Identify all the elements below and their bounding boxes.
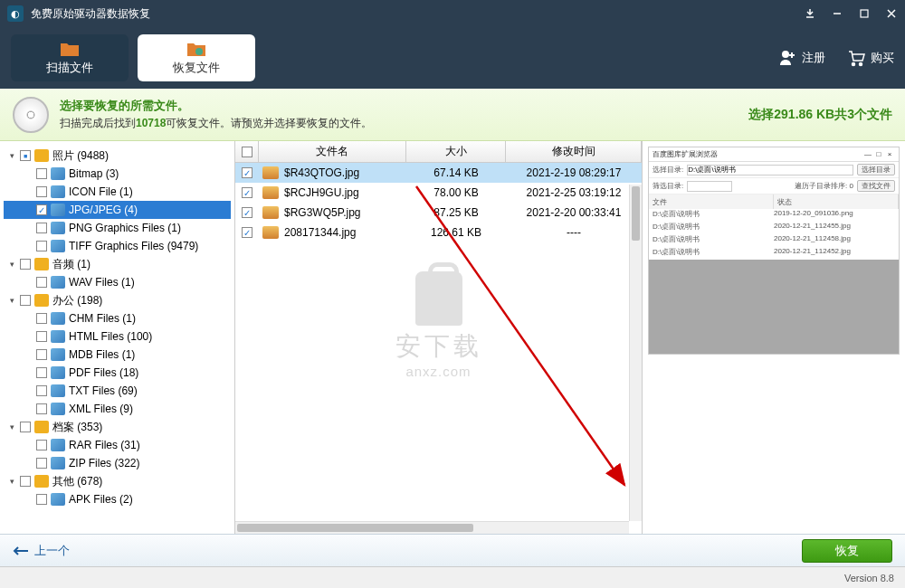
tree-checkbox[interactable] (20, 295, 31, 306)
tree-item[interactable]: Bitmap (3) (4, 165, 231, 183)
register-button[interactable]: 注册 (778, 49, 825, 67)
expand-icon[interactable]: ▾ (7, 477, 16, 486)
file-icon (51, 439, 65, 451)
tree-checkbox[interactable] (36, 223, 47, 233)
file-row[interactable]: $RG3WQ5P.jpg87.25 KB2021-2-20 00:33:41 (235, 203, 642, 223)
expand-icon[interactable]: ▾ (7, 151, 16, 160)
tree-checkbox[interactable] (36, 186, 47, 197)
tree-checkbox[interactable] (20, 476, 31, 487)
vertical-scrollbar[interactable] (629, 185, 642, 521)
tree-item[interactable]: ▾档案 (353) (4, 418, 231, 436)
preview-list-row: D:\桌面\说明书2020-12-21_112452.jpg (649, 247, 899, 260)
file-row[interactable]: $RCJH9GU.jpg78.00 KB2021-2-25 03:19:12 (235, 183, 642, 203)
tree-item[interactable]: ▾其他 (678) (4, 472, 231, 490)
preview-path-input (687, 165, 853, 175)
tree-checkbox[interactable] (20, 422, 31, 432)
tree-item[interactable]: RAR Files (31) (4, 436, 231, 454)
row-checkbox[interactable] (242, 227, 252, 238)
tree-item[interactable]: PDF Files (18) (4, 364, 231, 382)
row-checkbox[interactable] (242, 207, 252, 218)
tree-checkbox[interactable] (36, 331, 47, 342)
titlebar: ◐ 免费原始驱动器数据恢复 (0, 0, 905, 27)
header-name[interactable]: 文件名 (259, 141, 406, 162)
tree-label: 其他 (678) (52, 474, 102, 489)
info-message: 选择要恢复的所需文件。 扫描完成后找到10718可恢复文件。请预览并选择要恢复的… (60, 97, 372, 133)
preview-max-icon: □ (873, 150, 884, 158)
maximize-button[interactable] (851, 0, 878, 27)
tree-item[interactable]: MDB Files (1) (4, 346, 231, 364)
file-icon (51, 403, 65, 415)
watermark-text2: anxz.com (395, 364, 482, 379)
main-area: ▾照片 (9488)Bitmap (3)ICON File (1)JPG/JPE… (0, 141, 905, 534)
tree-item[interactable]: APK Files (2) (4, 490, 231, 508)
tree-item[interactable]: TXT Files (69) (4, 382, 231, 400)
file-name: $RG3WQ5P.jpg (284, 206, 361, 219)
tree-item[interactable]: WAV Files (1) (4, 273, 231, 291)
preview-browse-button: 选择目录 (857, 164, 895, 175)
tree-item[interactable]: ▾办公 (198) (4, 291, 231, 309)
selection-summary: 选择291.86 KB共3个文件 (748, 107, 892, 123)
folder-recover-icon (186, 40, 207, 58)
header-checkbox-cell[interactable] (235, 141, 259, 162)
scrollbar-thumb[interactable] (632, 186, 640, 241)
preview-titlebar: 百度图库扩展浏览器 — □ × (649, 147, 899, 162)
select-all-checkbox[interactable] (242, 147, 252, 157)
scrollbar-thumb[interactable] (237, 524, 473, 532)
tree-checkbox[interactable] (36, 403, 47, 414)
preview-row-path: D:\桌面\说明书 (653, 247, 774, 260)
file-name: $RCJH9GU.jpg (284, 186, 359, 199)
buy-button[interactable]: 购买 (847, 49, 894, 67)
thumbnail-icon (262, 186, 279, 199)
header-size[interactable]: 大小 (406, 141, 506, 162)
tab-scan[interactable]: 扫描文件 (11, 34, 129, 81)
expand-icon[interactable]: ▾ (7, 260, 16, 269)
tree-checkbox[interactable] (20, 259, 31, 270)
folder-search-icon (59, 40, 81, 58)
row-checkbox[interactable] (242, 167, 252, 178)
tree-item[interactable]: PNG Graphics Files (1) (4, 219, 231, 237)
download-icon[interactable] (796, 0, 824, 27)
tree-item[interactable]: CHM Files (1) (4, 309, 231, 327)
tree-checkbox[interactable] (36, 277, 47, 288)
preview-list-header: 文件 状态 (649, 194, 899, 209)
row-checkbox[interactable] (242, 187, 252, 198)
tree-item[interactable]: ▾照片 (9488) (4, 147, 231, 165)
tree-checkbox[interactable] (36, 367, 47, 378)
header-time[interactable]: 修改时间 (506, 141, 642, 162)
folder-icon (34, 294, 49, 307)
file-row[interactable]: $R43QTOG.jpg67.14 KB2021-2-19 08:29:17 (235, 163, 642, 183)
category-tree[interactable]: ▾照片 (9488)Bitmap (3)ICON File (1)JPG/JPE… (0, 141, 235, 534)
tab-recover[interactable]: 恢复文件 (138, 34, 255, 81)
tree-checkbox[interactable] (36, 241, 47, 251)
recover-button[interactable]: 恢复 (802, 539, 892, 563)
tree-item[interactable]: HTML Files (100) (4, 327, 231, 346)
file-list-header: 文件名 大小 修改时间 (235, 141, 642, 163)
tree-checkbox[interactable] (36, 458, 47, 469)
tree-item[interactable]: ▾音频 (1) (4, 255, 231, 273)
close-button[interactable] (878, 0, 905, 27)
file-row[interactable]: 208171344.jpg126.61 KB---- (235, 223, 642, 242)
horizontal-scrollbar[interactable] (235, 521, 629, 534)
watermark: 安下载 anxz.com (395, 271, 482, 379)
tree-checkbox[interactable] (36, 349, 47, 360)
tree-item[interactable]: JPG/JPEG (4) (4, 201, 231, 219)
tree-checkbox[interactable] (36, 494, 47, 505)
tree-checkbox[interactable] (36, 168, 47, 179)
tree-label: 照片 (9488) (52, 148, 109, 164)
file-icon (51, 222, 65, 234)
minimize-button[interactable] (824, 0, 851, 27)
tree-item[interactable]: ICON File (1) (4, 183, 231, 201)
expand-icon[interactable]: ▾ (7, 296, 16, 305)
tree-item[interactable]: XML Files (9) (4, 400, 231, 418)
tree-checkbox[interactable] (20, 150, 31, 161)
tree-item[interactable]: TIFF Graphics Files (9479) (4, 237, 231, 255)
file-size: 87.25 KB (406, 206, 506, 219)
tree-item[interactable]: ZIP Files (322) (4, 454, 231, 472)
lock-icon (415, 271, 462, 326)
tree-checkbox[interactable] (36, 440, 47, 450)
tree-checkbox[interactable] (36, 313, 47, 324)
expand-icon[interactable]: ▾ (7, 422, 16, 432)
tree-checkbox[interactable] (36, 385, 47, 396)
tree-checkbox[interactable] (36, 204, 47, 215)
back-button[interactable]: 上一个 (13, 543, 70, 559)
